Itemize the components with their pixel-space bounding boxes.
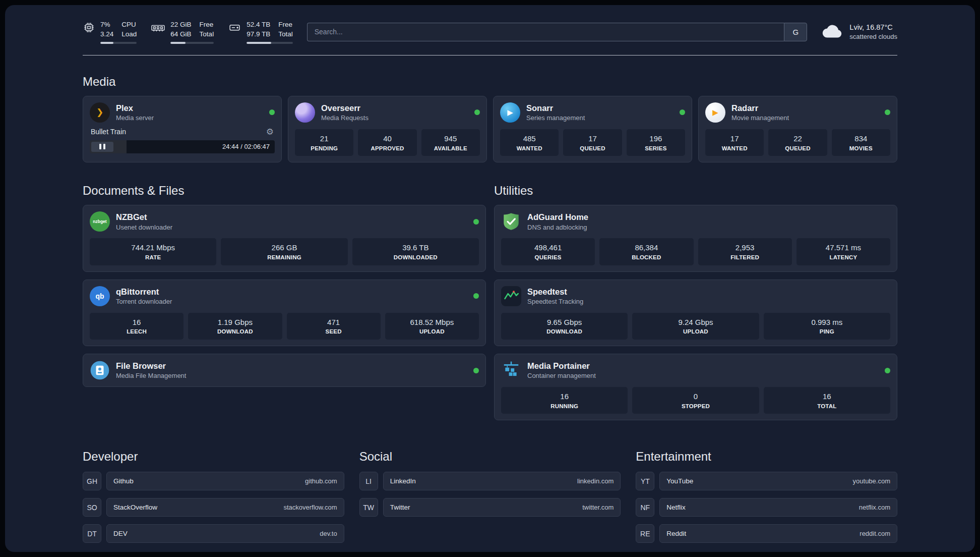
github-icon[interactable]: GH [83,472,101,490]
bookmark-link-github[interactable]: Github github.com [106,472,344,490]
stat-tile: 485 WANTED [500,129,559,156]
stat-tile: 266 GB REMAINING [221,238,347,265]
stat-tile: 618.52 Mbps UPLOAD [385,313,479,340]
cpu-icon [83,21,95,36]
topbar-divider [83,55,897,55]
nzbget-icon: nzbget [90,211,110,232]
stat-tile: 1.19 Gbps DOWNLOAD [188,313,282,340]
app-card-filebrowser[interactable]: File Browser Media File Management [83,354,486,387]
section-title-documents: Documents & Files [83,184,486,198]
app-name: Plex [116,102,154,114]
app-subtitle: Media server [116,114,154,123]
app-name: Sonarr [526,102,585,114]
reddit-icon[interactable]: RE [636,524,654,543]
app-card-portainer[interactable]: Media Portainer Container management 16 … [494,354,897,420]
ram-icon [151,21,165,36]
section-title-media: Media [83,75,897,89]
bookmark-group-title-developer: Developer [83,450,344,464]
app-subtitle: Media File Management [116,371,186,380]
disk-icon [228,21,241,36]
ram-free-label: Free [200,20,214,30]
app-name: Overseerr [321,102,369,114]
app-name: qBittorrent [116,286,172,297]
stat-tile: 22 QUEUED [768,129,827,156]
stat-tile: 17 QUEUED [563,129,622,156]
app-card-overseerr[interactable]: Overseerr Media Requests 21 PENDING 40 A… [288,96,487,162]
stat-tile: 834 MOVIES [832,129,890,156]
bookmark-group-title-entertainment: Entertainment [636,450,897,464]
app-subtitle: Torrent downloader [116,297,172,306]
youtube-icon[interactable]: YT [636,472,654,490]
weather-condition: scattered clouds [849,32,897,41]
gear-icon[interactable]: ⚙ [266,128,274,136]
stat-tile: 945 AVAILABLE [421,129,480,156]
qbittorrent-icon: qb [90,286,110,306]
app-subtitle: Media Requests [321,114,369,123]
app-card-radarr[interactable]: ▶ Radarr Movie management 17 WANTED 22 Q… [698,96,897,162]
bookmark-row-netflix: NF Netflix netflix.com [636,498,897,517]
status-dot [473,368,479,373]
dashboard-page: 7% 3.24 CPU Load [5,5,975,552]
disk-total-value: 97.9 TB [247,30,270,39]
app-card-nzbget[interactable]: nzbget NZBGet Usenet downloader 744.21 M… [83,205,486,271]
app-name: Media Portainer [527,360,596,371]
app-subtitle: Container management [527,371,596,380]
disk-usage-bar [247,42,293,44]
sonarr-icon: ▶ [500,102,520,123]
filebrowser-icon [90,360,110,380]
stat-tile: 21 PENDING [295,129,353,156]
app-card-plex[interactable]: ❯ Plex Media server Bullet Train ⚙ [83,96,282,162]
ram-total-label: Total [200,30,214,39]
bookmark-link-reddit[interactable]: Reddit reddit.com [659,524,897,543]
ram-free-value: 22 GiB [170,20,191,30]
status-dot [885,368,890,373]
cpu-label: CPU [121,20,137,30]
app-name: Speedtest [527,286,583,297]
status-dot [269,109,275,115]
bookmark-row-stackoverflow: SO StackOverflow stackoverflow.com [83,498,344,517]
search-input[interactable] [307,23,784,41]
stat-tile: 744.21 Mbps RATE [90,238,216,265]
app-card-qbittorrent[interactable]: qb qBittorrent Torrent downloader 16 LEE… [83,280,486,346]
stat-tile: 40 APPROVED [358,129,416,156]
status-dot [885,109,890,115]
stat-tile: 16 RUNNING [501,387,628,414]
bookmark-link-linkedin[interactable]: LinkedIn linkedin.com [383,472,621,490]
cpu-load-label: Load [121,30,137,39]
bookmark-row-twitter: TW Twitter twitter.com [359,498,621,517]
ram-usage-bar [170,42,214,44]
bookmark-link-youtube[interactable]: YouTube youtube.com [659,472,897,490]
app-subtitle: DNS and adblocking [527,223,588,232]
app-subtitle: Movie management [731,114,789,123]
cpu-load-value: 3.24 [100,30,113,39]
app-name: NZBGet [116,211,172,222]
bookmark-link-dev[interactable]: DEV dev.to [106,524,344,543]
bookmark-group-title-social: Social [359,450,621,464]
bookmark-link-netflix[interactable]: Netflix netflix.com [659,498,897,517]
bookmark-link-stackoverflow[interactable]: StackOverflow stackoverflow.com [106,498,344,517]
dev-icon[interactable]: DT [83,524,101,543]
bookmark-row-linkedin: LI LinkedIn linkedin.com [359,472,621,490]
stackoverflow-icon[interactable]: SO [83,498,101,517]
app-card-speedtest[interactable]: Speedtest Speedtest Tracking 9.65 Gbps D… [494,280,897,346]
weather-widget: Lviv, 16.87°C scattered clouds [821,22,897,41]
netflix-icon[interactable]: NF [636,498,654,517]
overseerr-icon [295,102,315,123]
app-card-sonarr[interactable]: ▶ Sonarr Series management 485 WANTED 17… [493,96,692,162]
bookmarks-section: Developer GH Github github.com SO StackO… [83,450,897,543]
plex-icon: ❯ [90,102,110,123]
linkedin-icon[interactable]: LI [359,472,378,490]
bookmark-row-youtube: YT YouTube youtube.com [636,472,897,490]
seek-bar[interactable]: 24:44 / 02:06:47 [90,140,275,153]
pause-button[interactable] [91,142,113,152]
status-dot [473,293,479,299]
app-card-adguard[interactable]: AdGuard Home DNS and adblocking 498,461 … [494,205,897,271]
search-engine-button[interactable]: G [784,23,807,41]
status-dot [680,109,685,115]
bookmark-link-twitter[interactable]: Twitter twitter.com [383,498,621,517]
media-grid: ❯ Plex Media server Bullet Train ⚙ [83,96,897,162]
stat-tile: 0 STOPPED [632,387,759,414]
stat-tile: 498,461 QUERIES [501,238,595,265]
twitter-icon[interactable]: TW [359,498,378,517]
stat-tile: 471 SEED [287,313,381,340]
